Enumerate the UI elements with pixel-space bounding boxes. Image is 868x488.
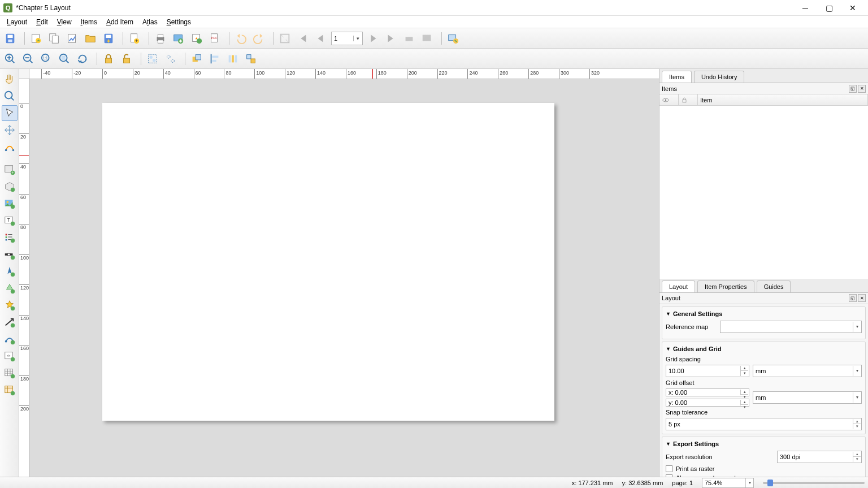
tab-undo-history[interactable]: Undo History: [694, 71, 745, 83]
add-arrow-icon[interactable]: [2, 314, 18, 330]
duplicate-layout-icon[interactable]: [46, 31, 62, 46]
align-left-icon[interactable]: [207, 51, 223, 67]
group-export-header[interactable]: ▼Export Settings: [666, 441, 862, 447]
add-node-item-icon[interactable]: [2, 331, 18, 347]
add-attribute-table-icon[interactable]: [2, 365, 18, 381]
undo-icon[interactable]: [233, 31, 249, 46]
menu-layout[interactable]: Layout: [2, 17, 32, 27]
add-pages-icon[interactable]: +: [127, 31, 142, 46]
print-icon[interactable]: [153, 31, 168, 46]
print-as-raster-checkbox[interactable]: [666, 465, 672, 472]
layout-page[interactable]: [102, 103, 554, 421]
export-resolution-spin[interactable]: 300 dpi ▴▾: [777, 451, 862, 463]
redo-icon[interactable]: [251, 31, 267, 46]
ruler-vertical[interactable]: 020406080100120140160180200: [19, 79, 29, 477]
layout-properties-panel[interactable]: ▼General Settings Reference map ▾ ▼Guide…: [659, 304, 868, 477]
atlas-settings-icon[interactable]: [445, 31, 461, 46]
grid-offset-x-spin[interactable]: x: 0.00 ▴▾: [666, 388, 749, 396]
menu-view[interactable]: View: [53, 17, 76, 27]
grid-spacing-unit-combo[interactable]: mm ▾: [753, 365, 862, 377]
zoom-tool-icon[interactable]: [2, 88, 18, 104]
move-content-tool-icon[interactable]: [2, 122, 18, 138]
zoom-full-icon[interactable]: [277, 31, 293, 46]
save-as-template-icon[interactable]: [101, 31, 116, 46]
items-close-button[interactable]: ✕: [858, 85, 866, 93]
spin-up-icon[interactable]: ▴: [741, 366, 748, 372]
add-label-icon[interactable]: T: [2, 213, 18, 228]
layout-close-button[interactable]: ✕: [858, 294, 866, 302]
group-general-header[interactable]: ▼General Settings: [666, 310, 862, 317]
ruler-horizontal[interactable]: -40-200204060801001201401601802002202402…: [19, 69, 659, 79]
zoom-slider-thumb[interactable]: [767, 480, 773, 486]
snap-tolerance-spin[interactable]: 5 px ▴▾: [666, 418, 862, 430]
atlas-page-dropdown-icon[interactable]: ▾: [353, 36, 362, 41]
print-atlas-icon[interactable]: [401, 31, 417, 46]
add-picture-icon[interactable]: [2, 196, 18, 211]
add-scalebar-icon[interactable]: [2, 247, 18, 262]
resize-icon[interactable]: [243, 51, 259, 67]
grid-spacing-spin[interactable]: 10.00 ▴▾: [666, 365, 749, 377]
reference-map-combo[interactable]: ▾: [720, 321, 862, 333]
zoom-fit-icon[interactable]: [57, 51, 72, 67]
lock-icon[interactable]: [101, 51, 116, 67]
menu-atlas[interactable]: Atlas: [138, 17, 162, 27]
tab-guides[interactable]: Guides: [757, 280, 791, 292]
add-legend-icon[interactable]: [2, 230, 18, 245]
menu-add-item[interactable]: Add Item: [102, 17, 138, 27]
add-marker-icon[interactable]: [2, 297, 18, 313]
items-col-item[interactable]: Item: [698, 94, 868, 105]
add-3dmap-icon[interactable]: [2, 179, 18, 195]
items-table-body[interactable]: [659, 106, 868, 279]
menu-settings[interactable]: Settings: [162, 17, 196, 27]
tab-layout[interactable]: Layout: [662, 280, 695, 292]
select-tool-icon[interactable]: [2, 105, 18, 121]
minimize-button[interactable]: ─: [793, 0, 817, 16]
zoom-combo[interactable]: 75.4% ▾: [702, 478, 754, 488]
items-undock-button[interactable]: ◱: [849, 85, 857, 93]
maximize-button[interactable]: ▢: [817, 0, 841, 16]
add-map-icon[interactable]: +: [2, 162, 18, 178]
spin-down-icon[interactable]: ▾: [741, 371, 748, 376]
first-feature-icon[interactable]: [295, 31, 311, 46]
grid-offset-unit-combo[interactable]: mm ▾: [753, 391, 862, 404]
tab-items[interactable]: Items: [662, 71, 692, 83]
group-grid-header[interactable]: ▼Guides and Grid: [666, 346, 862, 352]
last-feature-icon[interactable]: [383, 31, 399, 46]
zoom-out-icon[interactable]: [20, 51, 36, 67]
add-shape-icon[interactable]: [2, 280, 18, 296]
open-folder-icon[interactable]: [83, 31, 98, 46]
add-fixed-table-icon[interactable]: [2, 382, 18, 398]
refresh-icon[interactable]: [75, 51, 90, 67]
add-html-icon[interactable]: </>: [2, 348, 18, 364]
export-image-icon[interactable]: [171, 31, 186, 46]
zoom-slider[interactable]: [763, 482, 865, 484]
add-north-arrow-icon[interactable]: [2, 264, 18, 279]
distribute-icon[interactable]: [225, 51, 241, 67]
prev-feature-icon[interactable]: [313, 31, 329, 46]
menu-edit[interactable]: Edit: [32, 17, 53, 27]
save-icon[interactable]: [2, 31, 18, 46]
group-icon[interactable]: [145, 51, 160, 67]
close-button[interactable]: ✕: [841, 0, 865, 16]
export-atlas-icon[interactable]: [419, 31, 435, 46]
items-col-visible[interactable]: [659, 94, 679, 105]
new-layout-icon[interactable]: ★: [28, 31, 44, 46]
unlock-icon[interactable]: [119, 51, 134, 67]
grid-offset-y-spin[interactable]: y: 0.00 ▴▾: [666, 399, 749, 407]
next-feature-icon[interactable]: [365, 31, 381, 46]
zoom-in-icon[interactable]: [2, 51, 18, 67]
tab-item-properties[interactable]: Item Properties: [697, 280, 754, 292]
layout-canvas[interactable]: [29, 79, 659, 477]
export-svg-icon[interactable]: ★: [189, 31, 205, 46]
pan-tool-icon[interactable]: [2, 71, 18, 87]
atlas-page-spin[interactable]: ▾: [331, 32, 363, 45]
always-vectors-checkbox[interactable]: [666, 474, 672, 477]
raise-icon[interactable]: [189, 51, 205, 67]
zoom-100-icon[interactable]: 1:1: [38, 51, 54, 67]
menu-items[interactable]: Items: [76, 17, 102, 27]
export-pdf-icon[interactable]: PDF: [207, 31, 223, 46]
items-col-locked[interactable]: [679, 94, 698, 105]
atlas-page-input[interactable]: [332, 35, 353, 42]
layout-undock-button[interactable]: ◱: [849, 294, 857, 302]
ungroup-icon[interactable]: [163, 51, 179, 67]
